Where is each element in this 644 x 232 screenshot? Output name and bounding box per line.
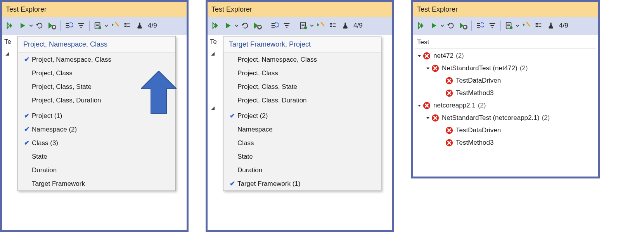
group-by-button[interactable] [121, 20, 133, 31]
run-all-button[interactable] [210, 20, 222, 31]
group-by-menu: Target Framework, Project Project, Names… [223, 36, 381, 191]
show-test-hierarchy-button[interactable] [92, 20, 104, 31]
menu-item-label: Namespace [237, 126, 273, 133]
run-settings-button[interactable] [109, 20, 121, 31]
playlist-button[interactable] [474, 20, 486, 31]
menu-item-label: Project (1) [32, 112, 62, 120]
run-button[interactable] [222, 20, 234, 31]
group-level-item[interactable]: ✔Target Framework (1) [223, 177, 381, 190]
tree-node[interactable]: TestDataDriven [415, 124, 596, 137]
run-failed-button[interactable] [457, 20, 469, 31]
test-summary-button[interactable] [134, 20, 145, 31]
group-by-button[interactable] [327, 20, 339, 31]
tree-node-label: NetStandardTest (netcoreapp2.1) [442, 114, 539, 122]
test-summary-button[interactable] [545, 20, 557, 31]
tree-node[interactable]: TestDataDriven [415, 74, 596, 87]
tree-node[interactable]: NetStandardTest (net472)(2) [415, 62, 596, 74]
run-failed-button[interactable] [46, 20, 58, 31]
show-dropdown[interactable] [516, 24, 519, 28]
run-dropdown[interactable] [29, 24, 33, 28]
filter-button[interactable] [75, 20, 87, 31]
expander-icon[interactable] [425, 66, 431, 70]
group-level-item[interactable]: Duration [223, 163, 381, 177]
tree-node[interactable]: net472(2) [415, 50, 596, 62]
group-level-item[interactable]: State [18, 150, 175, 163]
group-preset-item[interactable]: Project, Class, State [18, 80, 175, 93]
test-summary-button[interactable] [339, 20, 351, 31]
panel-title-bar: Test Explorer [2, 2, 187, 17]
group-level-item[interactable]: Target Framework [18, 177, 175, 190]
filter-button[interactable] [281, 20, 293, 31]
run-button[interactable] [17, 20, 28, 31]
menu-item-label: Project (2) [237, 112, 268, 120]
show-dropdown[interactable] [310, 24, 314, 28]
show-test-hierarchy-button[interactable] [503, 20, 515, 31]
fail-icon [445, 139, 454, 147]
show-dropdown[interactable] [104, 24, 108, 28]
toolbar: 4/9 [208, 17, 392, 35]
group-level-item[interactable]: ✔Class (3) [18, 136, 175, 150]
menu-item-label: Project, Namespace, Class [237, 56, 317, 64]
tree-node[interactable]: NetStandardTest (netcoreapp2.1)(2) [415, 112, 596, 124]
group-level-item[interactable]: State [223, 150, 381, 163]
filter-button[interactable] [486, 20, 498, 31]
tree-node[interactable]: TestMethod3 [415, 137, 596, 149]
run-all-button[interactable] [4, 20, 16, 31]
group-preset-item[interactable]: ✔Project, Namespace, Class [18, 53, 175, 66]
fail-icon [422, 52, 431, 60]
group-level-item[interactable]: ✔Project (1) [18, 109, 175, 123]
group-preset-item[interactable]: Project, Namespace, Class [223, 53, 381, 66]
expander-icon[interactable]: ◢ [4, 51, 10, 56]
group-level-item[interactable]: ✔Namespace (2) [18, 123, 175, 136]
check-icon: ✔ [22, 55, 32, 64]
tree-node[interactable]: netcoreapp2.1(2) [415, 99, 596, 112]
repeat-last-run-button[interactable] [239, 20, 251, 31]
expander-icon[interactable]: ◢ [210, 51, 215, 56]
group-preset-item[interactable]: Project, Class, Duration [18, 93, 175, 107]
group-level-item[interactable]: Namespace [223, 123, 381, 136]
toolbar: 4/9 [413, 17, 598, 35]
tree-node[interactable]: TestMethod3 [415, 87, 596, 99]
playlist-button[interactable] [268, 20, 280, 31]
expander-icon[interactable]: ◢ [210, 105, 215, 111]
playlist-button[interactable] [63, 20, 74, 31]
group-by-menu: Project, Namespace, Class ✔Project, Name… [17, 36, 176, 191]
run-button[interactable] [428, 20, 440, 31]
test-explorer-panel: Test Explorer 4/9 Te ◢ [0, 0, 189, 232]
run-settings-button[interactable] [520, 20, 532, 31]
run-all-button[interactable] [415, 20, 427, 31]
expander-icon[interactable] [416, 54, 422, 58]
tree-node-label: TestDataDriven [456, 126, 501, 134]
menu-item-label: Project, Class [32, 69, 73, 77]
expander-icon[interactable] [425, 116, 431, 120]
tree-node-count: (2) [542, 114, 550, 122]
menu-item-label: Project, Class, Duration [32, 97, 101, 104]
separator [60, 21, 61, 31]
group-preset-item[interactable]: Project, Class [18, 66, 175, 80]
run-failed-button[interactable] [252, 20, 263, 31]
panel-title: Test Explorer [6, 5, 47, 14]
expander-icon[interactable] [416, 104, 422, 107]
group-preset-item[interactable]: Project, Class [223, 66, 381, 80]
tree-node-label: TestDataDriven [456, 77, 501, 85]
run-dropdown[interactable] [235, 24, 239, 28]
test-tree: Test net472(2)NetStandardTest (net472)(2… [413, 35, 598, 151]
peek-tab-label: Te [4, 38, 11, 46]
menu-item-label: Project, Class, State [32, 83, 92, 91]
repeat-last-run-button[interactable] [34, 20, 45, 31]
group-preset-item[interactable]: Project, Class, Duration [223, 93, 381, 107]
group-preset-item[interactable]: Project, Class, State [223, 80, 381, 93]
group-level-item[interactable]: ✔Project (2) [223, 109, 381, 123]
group-by-button[interactable] [533, 20, 544, 31]
run-dropdown[interactable] [440, 24, 444, 28]
group-by-menu-header: Target Framework, Project [223, 36, 381, 53]
run-settings-button[interactable] [315, 20, 326, 31]
menu-item-label: Namespace (2) [32, 126, 77, 133]
repeat-last-run-button[interactable] [445, 20, 457, 31]
show-test-hierarchy-button[interactable] [298, 20, 309, 31]
separator [266, 21, 266, 31]
menu-divider [223, 108, 381, 108]
check-icon: ✔ [227, 180, 237, 188]
group-level-item[interactable]: Duration [18, 163, 175, 177]
group-level-item[interactable]: Class [223, 136, 381, 150]
